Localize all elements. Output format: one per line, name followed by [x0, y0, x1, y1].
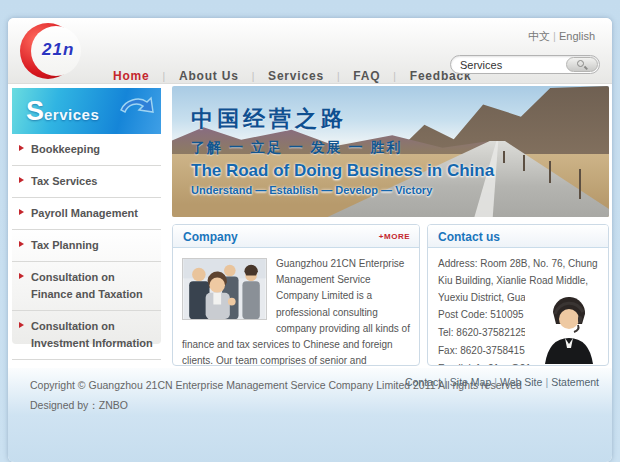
sidebar-item-consultation-investment[interactable]: Consultation on Investment Information	[12, 311, 161, 360]
sidebar-item-label: Bookkeeping	[31, 143, 100, 155]
fence-post	[503, 151, 505, 163]
team-photo	[182, 258, 267, 320]
sidebar-item-label: Payroll Management	[31, 207, 138, 219]
nav-about-us[interactable]: About Us	[179, 69, 239, 83]
sidebar-title-initial: S	[26, 96, 44, 126]
lang-english-link[interactable]: English	[559, 30, 595, 42]
fence-post	[579, 169, 581, 199]
hero-text: 中国经营之路 了解 一 立足 一 发展 一 胜利 The Road of Doi…	[191, 104, 494, 196]
sidebar-item-label: Consultation on Finance and Taxation	[31, 271, 143, 300]
language-switcher: 中文|English	[525, 29, 598, 44]
company-section: Company +MORE Guangzhou 21CN Enterprise …	[172, 224, 420, 366]
footer-link-sitemap[interactable]: Site Map	[450, 376, 491, 388]
sidebar-title: Services	[26, 96, 99, 127]
hero-chinese-subtitle: 了解 一 立足 一 发展 一 胜利	[191, 139, 494, 157]
footer-link-statement[interactable]: Statement	[551, 376, 599, 388]
search-input[interactable]	[460, 58, 562, 72]
company-section-title: Company	[173, 225, 238, 244]
nav-separator: |	[393, 71, 396, 82]
sidebar-item-label: Consultation on Investment Information	[31, 320, 153, 349]
sidebar-item-tax-planning[interactable]: Tax Planning	[12, 230, 161, 262]
hero-chinese-title: 中国经营之路	[191, 104, 494, 134]
sidebar-item-consultation-finance[interactable]: Consultation on Finance and Taxation	[12, 262, 161, 311]
lang-separator: |	[553, 30, 556, 42]
nav-faq[interactable]: FAQ	[353, 69, 380, 83]
sidebar-banner: Services	[12, 88, 161, 134]
nav-separator: |	[252, 71, 255, 82]
header: 21n 中文|English Home|About Us|Services|FA…	[8, 18, 612, 84]
contact-section-header: Contact us	[428, 225, 608, 248]
hero-banner: 中国经营之路 了解 一 立足 一 发展 一 胜利 The Road of Doi…	[172, 86, 609, 217]
sidebar-item-label: Tax Services	[31, 175, 97, 187]
sidebar-item-tax-services[interactable]: Tax Services	[12, 166, 161, 198]
sidebar-title-rest: ervices	[44, 106, 99, 123]
footer-separator: |	[444, 376, 447, 388]
search-box	[450, 55, 600, 74]
nav-services[interactable]: Services	[268, 69, 324, 83]
arrow-bullet-icon	[19, 241, 24, 247]
services-sidebar: Services Bookkeeping Tax Services Payrol…	[12, 88, 161, 344]
sidebar-item-bookkeeping[interactable]: Bookkeeping	[12, 134, 161, 166]
content-area: Services Bookkeeping Tax Services Payrol…	[8, 85, 612, 368]
search-button[interactable]	[566, 57, 598, 72]
arrow-bullet-icon	[19, 273, 24, 279]
nav-separator: |	[337, 71, 340, 82]
page-container: 21n 中文|English Home|About Us|Services|FA…	[8, 18, 612, 462]
fence-post	[523, 155, 525, 171]
support-agent-photo	[525, 292, 605, 364]
footer-separator: |	[494, 376, 497, 388]
main-nav: Home|About Us|Services|FAQ|Feedback	[102, 69, 483, 83]
arrow-bullet-icon	[19, 322, 24, 328]
sidebar-item-label: Tax Planning	[31, 239, 99, 251]
sidebar-item-payroll-management[interactable]: Payroll Management	[12, 198, 161, 230]
company-body: Guangzhou 21CN Enterprise Management Ser…	[173, 248, 419, 366]
search-icon	[577, 60, 584, 67]
contact-body: Address: Room 28B, No. 76, Chung Kiu Bui…	[428, 248, 608, 366]
footer-links: Contact|Site Map|Web Site|Statement	[402, 376, 602, 388]
footer: Copyright © Guangzhou 21CN Enterprise Ma…	[8, 368, 612, 462]
hero-english-subtitle: Understand — Establish — Develop — Victo…	[191, 184, 494, 196]
footer-link-contact[interactable]: Contact	[405, 376, 441, 388]
logo-text: 21n	[42, 40, 74, 60]
designed-by-text: Designed by：ZNBO	[30, 396, 522, 416]
fence-post	[549, 161, 551, 183]
contact-section: Contact us Address: Room 28B, No. 76, Ch…	[427, 224, 609, 366]
arrow-icon	[115, 94, 155, 128]
lang-chinese-link[interactable]: 中文	[528, 30, 550, 42]
nav-separator: |	[163, 71, 166, 82]
company-more-link[interactable]: +MORE	[379, 225, 419, 241]
contact-section-title: Contact us	[428, 225, 500, 244]
footer-separator: |	[545, 376, 548, 388]
nav-home[interactable]: Home	[113, 69, 150, 83]
arrow-bullet-icon	[19, 145, 24, 151]
sidebar-menu: Bookkeeping Tax Services Payroll Managem…	[12, 134, 161, 392]
footer-link-website[interactable]: Web Site	[500, 376, 542, 388]
company-section-header: Company +MORE	[173, 225, 419, 248]
arrow-bullet-icon	[19, 177, 24, 183]
hero-english-title: The Road of Doing Business in China	[191, 161, 494, 181]
logo[interactable]: 21n	[18, 20, 98, 82]
arrow-bullet-icon	[19, 209, 24, 215]
